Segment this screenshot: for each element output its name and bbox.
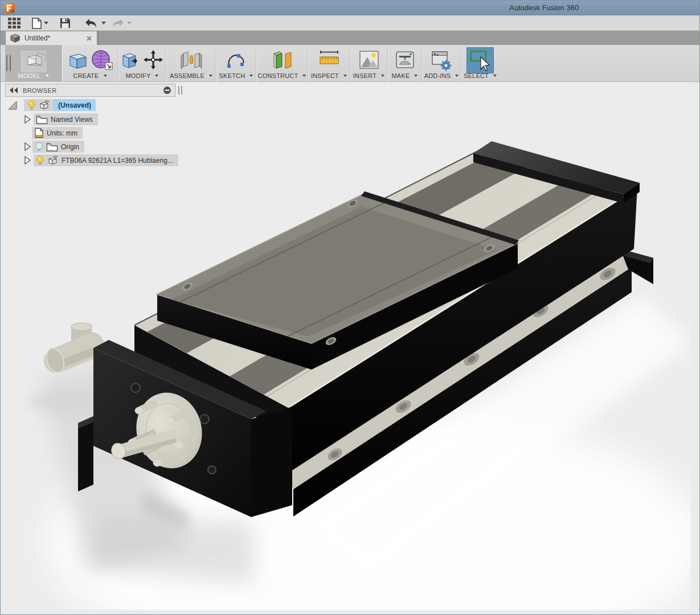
redo-menu-caret-icon xyxy=(127,22,132,24)
ribbon-tab-select-label: SELECT xyxy=(464,72,489,79)
select-tool-button[interactable] xyxy=(466,47,494,73)
undo-icon xyxy=(84,18,99,29)
construct-menu-caret-icon xyxy=(302,75,306,77)
3d-print-icon xyxy=(394,49,416,71)
file-menu-caret-icon xyxy=(44,22,48,24)
browser-item-units[interactable]: Units: mm xyxy=(32,127,83,139)
expand-arrow-icon[interactable] xyxy=(23,142,31,151)
app-grid-button[interactable] xyxy=(8,17,21,30)
file-button[interactable] xyxy=(32,17,48,30)
undo-button[interactable] xyxy=(84,17,106,30)
browser-item-root[interactable]: (Unsaved) xyxy=(7,99,96,111)
browser-item-component[interactable]: FTB06A 92621A L1=365 Hublaeng... xyxy=(23,154,178,166)
window-frame-bottom xyxy=(1,610,699,614)
ribbon-tab-sketch[interactable]: SKETCH xyxy=(216,45,256,82)
window-frame-left xyxy=(1,82,5,611)
window-title: Autodesk Fusion 360 xyxy=(509,3,579,12)
ribbon-tab-construct[interactable]: CONSTRUCT xyxy=(256,45,308,82)
window-frame-right xyxy=(691,82,699,611)
cube-icon xyxy=(10,34,20,43)
addins-menu-caret-icon xyxy=(455,75,459,77)
document-tabstrip: Untitled* xyxy=(1,31,699,45)
visibility-bulb-on-icon[interactable] xyxy=(36,155,44,166)
collapse-panel-icon[interactable] xyxy=(9,87,18,94)
undo-menu-caret-icon xyxy=(101,22,106,24)
browser-panel-title: BROWSER xyxy=(23,87,163,94)
gear-icon xyxy=(441,60,452,71)
save-icon xyxy=(60,18,71,28)
redo-button[interactable] xyxy=(110,17,132,30)
close-icon[interactable] xyxy=(86,35,92,42)
create-menu-caret-icon xyxy=(104,75,107,77)
expand-arrow-icon[interactable] xyxy=(23,155,31,165)
component-icon xyxy=(39,100,50,110)
browser-item-component-label: FTB06A 92621A L1=365 Hublaeng... xyxy=(62,157,173,165)
assemble-menu-caret-icon xyxy=(209,75,212,77)
make-menu-caret-icon xyxy=(414,75,417,77)
fusion-logo-icon xyxy=(5,3,15,13)
measure-icon xyxy=(317,49,341,71)
ribbon-tab-sketch-label: SKETCH xyxy=(219,72,245,79)
ribbon-tab-select[interactable]: SELECT xyxy=(461,45,499,82)
folder-icon xyxy=(46,142,58,151)
ribbon-tab-modify[interactable]: MODIFY xyxy=(118,45,166,82)
document-tab[interactable]: Untitled* xyxy=(5,31,97,45)
save-button[interactable] xyxy=(60,17,71,30)
move-icon xyxy=(142,49,164,71)
insert-image-icon xyxy=(358,49,380,71)
ribbon-tab-model[interactable]: MODEL xyxy=(5,45,62,82)
ribbon-toolbar: MODEL CREAT xyxy=(1,45,699,82)
ribbon-tab-inspect-label: INSPECT xyxy=(311,72,339,79)
browser-item-units-label: Units: mm xyxy=(47,129,77,137)
modify-menu-caret-icon xyxy=(155,75,158,77)
inspect-menu-caret-icon xyxy=(343,75,347,77)
addins-scripts-icon xyxy=(430,49,453,72)
ribbon-tab-make[interactable]: MAKE xyxy=(388,45,422,82)
ribbon-tab-insert[interactable]: INSERT xyxy=(350,45,388,82)
create-form-sphere-icon xyxy=(91,49,113,72)
browser-item-root-label-box[interactable]: (Unsaved) xyxy=(54,99,96,111)
visibility-bulb-on-icon[interactable] xyxy=(27,100,36,110)
ribbon-tab-assemble-label: ASSEMBLE xyxy=(170,72,204,79)
create-box-icon xyxy=(67,49,88,71)
browser-item-root-label: (Unsaved) xyxy=(58,101,91,109)
folder-icon xyxy=(36,115,48,124)
ribbon-tab-addins-label: ADD-INS xyxy=(424,72,451,79)
select-icon xyxy=(467,48,493,73)
component-icon xyxy=(47,155,59,165)
ribbon-tab-assemble[interactable]: ASSEMBLE xyxy=(166,45,216,82)
ribbon-tab-make-label: MAKE xyxy=(392,72,410,79)
joint-icon xyxy=(179,49,204,72)
units-document-icon xyxy=(34,128,44,138)
ribbon-tab-create-label: CREATE xyxy=(73,72,99,79)
browser-item-named-views-label: Named Views xyxy=(51,116,93,124)
panel-drag-handle[interactable] xyxy=(178,86,182,95)
insert-menu-caret-icon xyxy=(381,75,384,77)
ribbon-tab-addins[interactable]: ADD-INS xyxy=(422,45,461,82)
elbow-stub-top xyxy=(71,323,92,331)
browser-panel-header: BROWSER xyxy=(5,84,175,97)
file-new-icon xyxy=(32,18,42,29)
press-pull-icon xyxy=(121,49,140,71)
construct-plane-icon xyxy=(269,49,294,72)
sketch-spline-icon xyxy=(225,49,248,71)
ribbon-tab-modify-label: MODIFY xyxy=(126,72,151,79)
browser-item-origin-label: Origin xyxy=(61,143,79,151)
ribbon-tab-create[interactable]: CREATE xyxy=(62,45,118,82)
ribbon-tab-construct-label: CONSTRUCT xyxy=(258,72,298,79)
model-workspace-icon xyxy=(19,49,48,74)
remove-panel-icon[interactable] xyxy=(163,86,171,95)
app-window: Autodesk Fusion 360 xyxy=(0,0,700,615)
app-grid-icon xyxy=(8,18,21,28)
titlebar: Autodesk Fusion 360 xyxy=(1,1,699,15)
visibility-bulb-off-icon[interactable] xyxy=(35,142,43,152)
browser-item-named-views[interactable]: Named Views xyxy=(23,113,98,125)
block-right-face xyxy=(251,407,292,517)
ribbon-tab-inspect[interactable]: INSPECT xyxy=(308,45,350,82)
expanded-root-icon[interactable] xyxy=(7,100,18,110)
sketch-menu-caret-icon xyxy=(249,75,253,77)
ribbon-tab-insert-label: INSERT xyxy=(353,72,376,79)
expand-arrow-icon[interactable] xyxy=(23,114,31,124)
model-menu-caret-icon xyxy=(46,75,49,77)
browser-item-origin[interactable]: Origin xyxy=(23,141,84,153)
